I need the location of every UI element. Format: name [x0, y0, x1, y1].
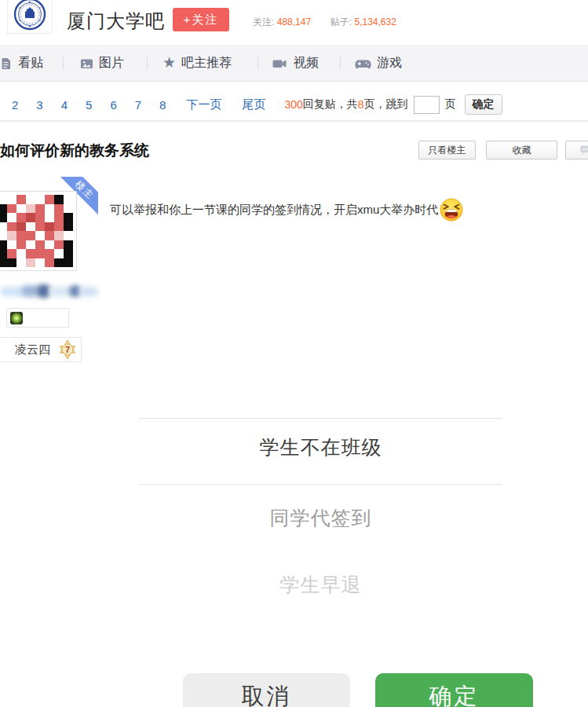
avatar-pixels [0, 195, 73, 267]
dialog-option-proxy-signin: 同学代签到 [139, 505, 502, 531]
nav-label: 吧主推荐 [181, 55, 232, 71]
dialog-divider [139, 484, 502, 485]
nav-label: 图片 [99, 55, 124, 71]
video-camera-icon [272, 57, 288, 70]
page-link-6[interactable]: 6 [110, 98, 116, 112]
page-link-5[interactable]: 5 [86, 98, 92, 112]
nav-tab-images[interactable]: 图片 [80, 45, 124, 82]
favorite-button[interactable]: 收藏 [486, 141, 557, 159]
level-7-badge-icon: 7 [58, 339, 77, 360]
forum-stats: 关注: 488,147 贴子: 5,134,632 [253, 16, 396, 29]
svg-text:7: 7 [65, 345, 70, 354]
author-avatar[interactable] [0, 191, 77, 271]
document-icon [0, 57, 13, 70]
pagination-summary: 300 回复贴，共 8 页，跳到 页 确定 [284, 94, 502, 115]
author-badge-box[interactable] [6, 308, 69, 328]
jump-page-input[interactable] [414, 96, 440, 114]
nav-label: 视频 [294, 55, 319, 71]
followers-label: 关注: [253, 16, 274, 27]
nav-tab-videos[interactable]: 视频 [272, 45, 319, 82]
author-level-box[interactable]: 凌云四 7 [0, 337, 82, 362]
post-text: 可以举报和你上一节课的同学的签到情况，开启xmu大举办时代 [110, 203, 438, 216]
reply-button[interactable]: 回复 [565, 141, 588, 159]
xiamen-university-seal-icon [13, 0, 46, 31]
page-link-8[interactable]: 8 [159, 98, 166, 112]
badge-glow-icon [10, 312, 23, 324]
star-icon: ★ [163, 55, 176, 70]
page-link-4[interactable]: 4 [61, 98, 68, 112]
only-op-button[interactable]: 只看楼主 [418, 141, 476, 159]
reply-count: 300 [284, 98, 302, 111]
gamepad-icon [355, 57, 371, 70]
reply-count-suffix: 回复贴，共 [303, 97, 358, 112]
page-unit: 页 [445, 97, 456, 112]
image-icon [80, 57, 93, 70]
nav-tab-posts[interactable]: 看贴 [0, 45, 43, 82]
nav-label: 游戏 [377, 55, 402, 71]
forum-nav: 看贴 图片 ★ 吧主推荐 视频 [0, 45, 588, 82]
posts-label: 贴子: [331, 16, 352, 27]
tieba-thread-page: 厦门大学吧 +关注 关注: 488,147 贴子: 5,134,632 看贴 [0, 0, 588, 707]
dialog-confirm-button: 确定 [375, 673, 533, 707]
post-image-dialog-screenshot[interactable]: 学生不在班级 同学代签到 学生早退 取消 确定 [102, 232, 588, 707]
next-page-link[interactable]: 下一页 [186, 97, 221, 112]
jump-confirm-button[interactable]: 确定 [465, 94, 502, 115]
jump-label: 页，跳到 [364, 97, 408, 112]
nav-separator [63, 57, 64, 70]
dialog-cancel-button: 取消 [183, 673, 350, 707]
nav-tab-recommended[interactable]: ★ 吧主推荐 [163, 45, 232, 82]
page-link-3[interactable]: 3 [36, 98, 42, 112]
follow-button[interactable]: +关注 [173, 8, 229, 31]
laughing-squint-emoji-icon [440, 198, 463, 222]
dialog-option-student-absent: 学生不在班级 [139, 434, 502, 460]
page-link-2[interactable]: 2 [12, 98, 18, 112]
nav-label: 看贴 [18, 55, 43, 71]
dialog-option-leave-early: 学生早退 [139, 572, 502, 598]
nav-tab-games[interactable]: 游戏 [355, 45, 402, 82]
thread-title: 如何评价新的教务系统 [0, 141, 149, 161]
page-link-7[interactable]: 7 [135, 98, 141, 112]
last-page-link[interactable]: 尾页 [242, 97, 265, 112]
nav-separator [340, 57, 341, 70]
nav-separator [147, 57, 148, 70]
section-divider [0, 120, 588, 122]
censored-username[interactable] [0, 280, 100, 303]
dialog-divider [139, 418, 502, 419]
nav-separator [257, 57, 258, 70]
speech-bubble-icon [580, 145, 588, 155]
level-name: 凌云四 [15, 343, 50, 357]
forum-logo[interactable] [7, 0, 53, 34]
forum-header: 厦门大学吧 +关注 关注: 488,147 贴子: 5,134,632 [0, 0, 588, 45]
forum-title: 厦门大学吧 [67, 9, 165, 34]
posts-count: 5,134,632 [354, 16, 396, 27]
followers-count: 488,147 [277, 16, 311, 27]
total-pages: 8 [358, 98, 364, 111]
post-content: 可以举报和你上一节课的同学的签到情况，开启xmu大举办时代 [110, 198, 463, 222]
pagination-bar: 2 3 4 5 6 7 8 下一页 尾页 300 回复贴，共 8 页，跳到 页 … [0, 93, 588, 115]
